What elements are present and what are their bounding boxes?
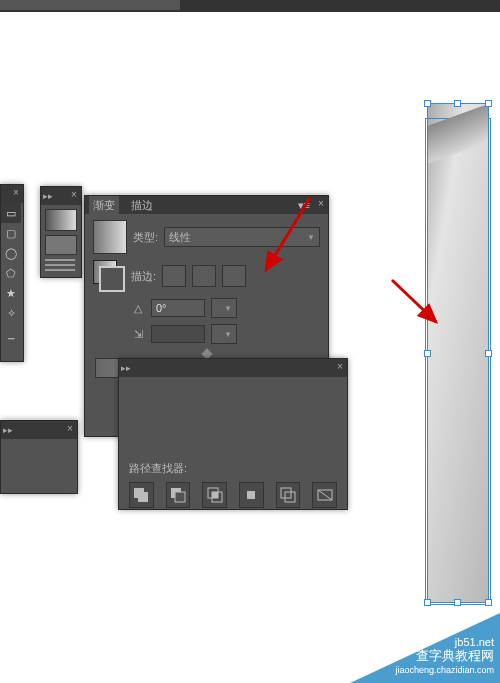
panel-title-bar[interactable]: 渐变 描边 ▾≡ × [85,196,328,214]
svg-rect-6 [212,492,218,498]
tool-polygon[interactable]: ⬠ [1,263,21,283]
svg-rect-9 [285,492,295,502]
pf-minus-front[interactable] [166,482,191,508]
svg-rect-8 [281,488,291,498]
document-tab[interactable] [0,0,180,10]
tool-flare[interactable]: ✧ [1,303,21,323]
panel-options-icon[interactable]: ▾≡ [298,199,310,212]
type-value: 线性 [169,230,191,245]
ellipse-icon: ◯ [5,247,17,260]
close-icon[interactable]: × [69,190,79,200]
svg-line-11 [318,490,332,500]
pf-intersect[interactable] [202,482,227,508]
panel-title-bar[interactable]: ▸▸ × [41,187,81,205]
pf-exclude[interactable] [239,482,264,508]
rounded-rect-icon: ▢ [6,227,16,240]
collapse-icon[interactable]: ▸▸ [3,425,13,435]
chevron-down-icon: ▼ [224,304,232,313]
stroke-align-center[interactable] [192,265,216,287]
tool-rounded-rect[interactable]: ▢ [1,223,21,243]
rect-icon: ▭ [6,207,16,220]
tab-stroke[interactable]: 描边 [127,196,157,214]
stroke-align-outside[interactable] [222,265,246,287]
close-icon[interactable]: × [335,362,345,372]
tools-panel: × ▭ ▢ ◯ ⬠ ★ ✧ ⎯ [0,184,24,362]
star-icon: ★ [6,287,16,300]
pf-trim[interactable] [312,482,337,508]
tool-ellipse[interactable]: ◯ [1,243,21,263]
polygon-icon: ⬠ [6,267,16,280]
svg-rect-1 [138,492,148,502]
panel-title-bar[interactable]: ▸▸ × [1,421,77,439]
collapse-icon[interactable]: ▸▸ [121,363,131,373]
close-icon[interactable]: × [316,199,326,209]
gradient-preview[interactable] [93,220,127,254]
aspect-ratio-input[interactable] [151,325,205,343]
angle-icon: △ [131,302,145,315]
lines-swatch[interactable] [45,259,75,273]
tab-gradient[interactable]: 渐变 [89,196,119,214]
stroke-align-inside[interactable] [162,265,186,287]
pf-unite[interactable] [129,482,154,508]
angle-value: 0° [156,302,167,314]
tool-star[interactable]: ★ [1,283,21,303]
close-icon[interactable]: × [11,188,21,198]
fill-stroke-swap[interactable] [93,260,125,292]
tool-line[interactable]: ⎯ [1,323,21,343]
panel-title-bar[interactable]: ▸▸ × [119,359,347,377]
panel-title-bar[interactable]: × [1,185,23,203]
watermark-line3: jiaocheng.chazidian.com [395,663,494,677]
collapse-icon[interactable]: ▸▸ [43,191,53,201]
gradient-preview-panel: ▸▸ × [40,186,82,278]
pathfinder-panel: ▸▸ × 路径查找器: [118,358,348,510]
pathfinder-label: 路径查找器: [129,461,337,476]
aspect-ratio-stepper[interactable]: ▼ [211,324,237,344]
stroke-label: 描边: [131,269,156,284]
solid-swatch[interactable] [45,235,77,255]
close-icon[interactable]: × [65,424,75,434]
tool-rect[interactable]: ▭ [1,203,21,223]
watermark-line2: 查字典教程网 [395,649,494,663]
aspect-ratio-icon: ⇲ [131,328,145,341]
svg-rect-7 [247,491,255,499]
chevron-down-icon: ▼ [224,330,232,339]
pf-divide[interactable] [276,482,301,508]
watermark: jb51.net 查字典教程网 jiaocheng.chazidian.com [350,613,500,683]
watermark-line1: jb51.net [395,635,494,649]
selected-shape[interactable] [428,104,488,602]
angle-stepper[interactable]: ▼ [211,298,237,318]
app-top-bar [0,0,500,12]
flare-icon: ✧ [7,307,16,320]
empty-panel: ▸▸ × [0,420,78,494]
gradient-swatch[interactable] [45,209,77,231]
angle-input[interactable]: 0° [151,299,205,317]
type-label: 类型: [133,230,158,245]
line-icon: ⎯ [8,327,15,339]
svg-rect-3 [175,492,185,502]
chevron-down-icon: ▼ [307,233,315,242]
type-select[interactable]: 线性 ▼ [164,227,320,247]
